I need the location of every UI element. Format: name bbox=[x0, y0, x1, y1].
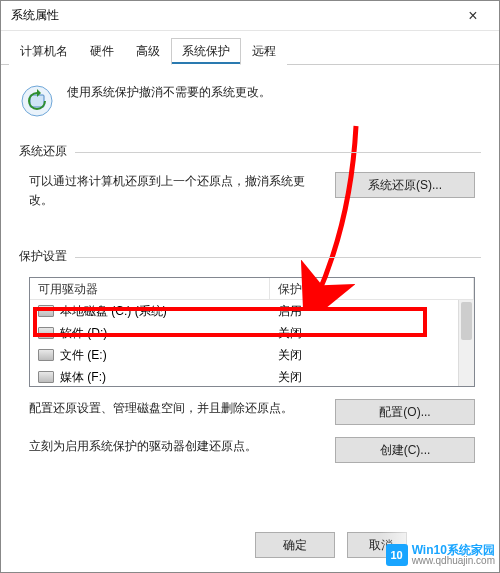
protection-section: 可用驱动器 保护 本地磁盘 (C:) (系统) 启用 软件 (D:) 关闭 文件… bbox=[19, 273, 481, 469]
drive-icon bbox=[38, 349, 54, 361]
watermark-line2: www.qdhuajin.com bbox=[412, 556, 495, 566]
info-text: 使用系统保护撤消不需要的系统更改。 bbox=[67, 83, 271, 101]
close-icon: × bbox=[468, 7, 477, 25]
tab-remote[interactable]: 远程 bbox=[241, 38, 287, 65]
drive-name: 软件 (D:) bbox=[60, 325, 107, 342]
create-button-label: 创建(C)... bbox=[380, 442, 431, 459]
table-row[interactable]: 媒体 (F:) 关闭 bbox=[30, 366, 458, 386]
group-system-restore-label: 系统还原 bbox=[19, 144, 75, 158]
create-row: 立刻为启用系统保护的驱动器创建还原点。 创建(C)... bbox=[29, 437, 475, 463]
group-system-restore: 系统还原 bbox=[19, 143, 481, 160]
configure-button-label: 配置(O)... bbox=[379, 404, 430, 421]
window-title: 系统属性 bbox=[7, 7, 453, 24]
tab-advanced[interactable]: 高级 bbox=[125, 38, 171, 65]
tab-hardware[interactable]: 硬件 bbox=[79, 38, 125, 65]
configure-text: 配置还原设置、管理磁盘空间，并且删除还原点。 bbox=[29, 399, 323, 418]
drive-table-body: 本地磁盘 (C:) (系统) 启用 软件 (D:) 关闭 文件 (E:) 关闭 … bbox=[30, 300, 458, 386]
drive-icon bbox=[38, 305, 54, 317]
drive-table-header: 可用驱动器 保护 bbox=[30, 278, 474, 300]
tab-computer-name[interactable]: 计算机名 bbox=[9, 38, 79, 65]
watermark-text: Win10系统家园 www.qdhuajin.com bbox=[412, 544, 495, 566]
watermark: 10 Win10系统家园 www.qdhuajin.com bbox=[386, 544, 495, 566]
tab-strip: 计算机名 硬件 高级 系统保护 远程 bbox=[1, 31, 499, 65]
group-protection-settings: 保护设置 bbox=[19, 248, 481, 265]
group-protection-settings-label: 保护设置 bbox=[19, 249, 75, 263]
col-drive[interactable]: 可用驱动器 bbox=[30, 278, 270, 299]
titlebar: 系统属性 × bbox=[1, 1, 499, 31]
drive-name: 本地磁盘 (C:) (系统) bbox=[60, 303, 167, 320]
ok-button-label: 确定 bbox=[283, 537, 307, 554]
tab-system-protection[interactable]: 系统保护 bbox=[171, 38, 241, 65]
restore-section: 可以通过将计算机还原到上一个还原点，撤消系统更改。 系统还原(S)... bbox=[19, 168, 481, 216]
restore-text: 可以通过将计算机还原到上一个还原点，撤消系统更改。 bbox=[29, 172, 325, 210]
drive-table[interactable]: 可用驱动器 保护 本地磁盘 (C:) (系统) 启用 软件 (D:) 关闭 文件… bbox=[29, 277, 475, 387]
drive-name: 文件 (E:) bbox=[60, 347, 107, 364]
col-status[interactable]: 保护 bbox=[270, 278, 474, 299]
create-restore-point-button[interactable]: 创建(C)... bbox=[335, 437, 475, 463]
watermark-badge-icon: 10 bbox=[386, 544, 408, 566]
drive-icon bbox=[38, 371, 54, 383]
drive-icon bbox=[38, 327, 54, 339]
create-text: 立刻为启用系统保护的驱动器创建还原点。 bbox=[29, 437, 323, 456]
drive-name: 媒体 (F:) bbox=[60, 369, 106, 386]
table-row[interactable]: 软件 (D:) 关闭 bbox=[30, 322, 458, 344]
scrollbar[interactable] bbox=[458, 300, 474, 386]
configure-row: 配置还原设置、管理磁盘空间，并且删除还原点。 配置(O)... bbox=[29, 399, 475, 425]
drive-status: 关闭 bbox=[278, 369, 302, 386]
drive-status: 关闭 bbox=[278, 347, 302, 364]
close-button[interactable]: × bbox=[453, 2, 493, 30]
tab-content: 使用系统保护撤消不需要的系统更改。 系统还原 可以通过将计算机还原到上一个还原点… bbox=[1, 65, 499, 477]
table-row[interactable]: 文件 (E:) 关闭 bbox=[30, 344, 458, 366]
system-restore-button-label: 系统还原(S)... bbox=[368, 177, 442, 194]
drive-status: 关闭 bbox=[278, 325, 302, 342]
configure-button[interactable]: 配置(O)... bbox=[335, 399, 475, 425]
drive-status: 启用 bbox=[278, 303, 302, 320]
system-properties-window: 系统属性 × 计算机名 硬件 高级 系统保护 远程 使用系统保护撤消不需要的系统… bbox=[0, 0, 500, 573]
table-row[interactable]: 本地磁盘 (C:) (系统) 启用 bbox=[30, 300, 458, 322]
info-row: 使用系统保护撤消不需要的系统更改。 bbox=[19, 77, 481, 133]
scrollbar-thumb[interactable] bbox=[461, 302, 472, 340]
system-restore-button[interactable]: 系统还原(S)... bbox=[335, 172, 475, 198]
shield-restore-icon bbox=[19, 83, 55, 119]
ok-button[interactable]: 确定 bbox=[255, 532, 335, 558]
